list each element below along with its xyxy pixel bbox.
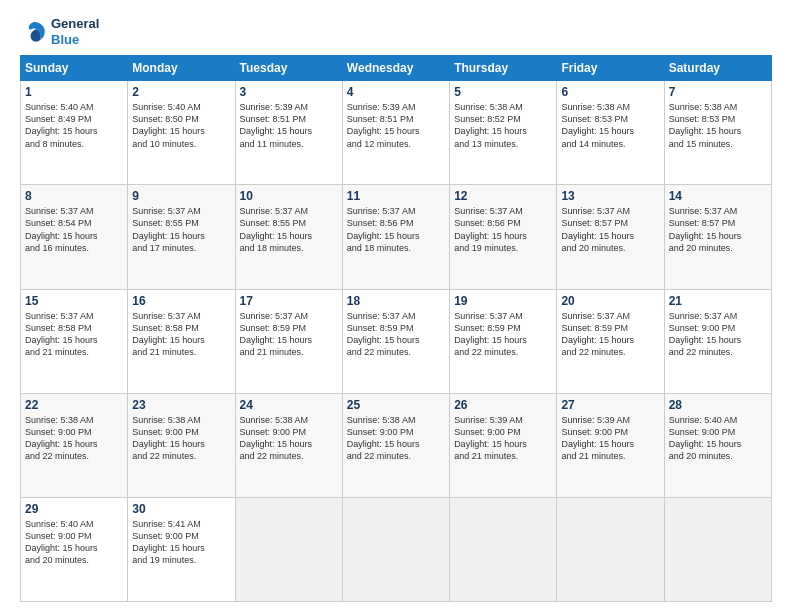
day-info: Sunrise: 5:37 AM Sunset: 8:54 PM Dayligh… (25, 205, 123, 254)
day-info: Sunrise: 5:37 AM Sunset: 8:56 PM Dayligh… (347, 205, 445, 254)
day-number: 16 (132, 294, 230, 308)
table-cell: 7Sunrise: 5:38 AM Sunset: 8:53 PM Daylig… (664, 81, 771, 185)
day-number: 13 (561, 189, 659, 203)
day-number: 27 (561, 398, 659, 412)
day-info: Sunrise: 5:37 AM Sunset: 8:55 PM Dayligh… (132, 205, 230, 254)
day-number: 30 (132, 502, 230, 516)
header-sunday: Sunday (21, 56, 128, 81)
table-cell: 15Sunrise: 5:37 AM Sunset: 8:58 PM Dayli… (21, 289, 128, 393)
logo: General Blue (20, 16, 99, 47)
header-tuesday: Tuesday (235, 56, 342, 81)
day-number: 19 (454, 294, 552, 308)
table-cell: 2Sunrise: 5:40 AM Sunset: 8:50 PM Daylig… (128, 81, 235, 185)
day-number: 11 (347, 189, 445, 203)
day-info: Sunrise: 5:41 AM Sunset: 9:00 PM Dayligh… (132, 518, 230, 567)
logo-bird-icon (20, 18, 48, 46)
header-wednesday: Wednesday (342, 56, 449, 81)
table-cell: 11Sunrise: 5:37 AM Sunset: 8:56 PM Dayli… (342, 185, 449, 289)
day-number: 4 (347, 85, 445, 99)
day-info: Sunrise: 5:37 AM Sunset: 8:57 PM Dayligh… (669, 205, 767, 254)
table-cell: 25Sunrise: 5:38 AM Sunset: 9:00 PM Dayli… (342, 393, 449, 497)
day-info: Sunrise: 5:38 AM Sunset: 9:00 PM Dayligh… (132, 414, 230, 463)
table-cell (557, 497, 664, 601)
day-number: 8 (25, 189, 123, 203)
day-number: 14 (669, 189, 767, 203)
table-cell: 3Sunrise: 5:39 AM Sunset: 8:51 PM Daylig… (235, 81, 342, 185)
table-cell: 18Sunrise: 5:37 AM Sunset: 8:59 PM Dayli… (342, 289, 449, 393)
day-number: 22 (25, 398, 123, 412)
table-cell: 22Sunrise: 5:38 AM Sunset: 9:00 PM Dayli… (21, 393, 128, 497)
table-cell: 1Sunrise: 5:40 AM Sunset: 8:49 PM Daylig… (21, 81, 128, 185)
day-info: Sunrise: 5:40 AM Sunset: 9:00 PM Dayligh… (669, 414, 767, 463)
day-info: Sunrise: 5:37 AM Sunset: 8:56 PM Dayligh… (454, 205, 552, 254)
table-cell: 30Sunrise: 5:41 AM Sunset: 9:00 PM Dayli… (128, 497, 235, 601)
day-number: 29 (25, 502, 123, 516)
day-number: 20 (561, 294, 659, 308)
table-cell (342, 497, 449, 601)
week-row-3: 15Sunrise: 5:37 AM Sunset: 8:58 PM Dayli… (21, 289, 772, 393)
header-monday: Monday (128, 56, 235, 81)
table-cell: 28Sunrise: 5:40 AM Sunset: 9:00 PM Dayli… (664, 393, 771, 497)
day-number: 23 (132, 398, 230, 412)
day-number: 24 (240, 398, 338, 412)
table-cell (450, 497, 557, 601)
logo-blue: Blue (51, 32, 99, 48)
day-info: Sunrise: 5:40 AM Sunset: 8:49 PM Dayligh… (25, 101, 123, 150)
day-info: Sunrise: 5:39 AM Sunset: 8:51 PM Dayligh… (347, 101, 445, 150)
table-cell: 21Sunrise: 5:37 AM Sunset: 9:00 PM Dayli… (664, 289, 771, 393)
day-info: Sunrise: 5:37 AM Sunset: 8:58 PM Dayligh… (25, 310, 123, 359)
table-cell: 27Sunrise: 5:39 AM Sunset: 9:00 PM Dayli… (557, 393, 664, 497)
day-number: 17 (240, 294, 338, 308)
day-number: 18 (347, 294, 445, 308)
day-number: 2 (132, 85, 230, 99)
day-info: Sunrise: 5:37 AM Sunset: 8:57 PM Dayligh… (561, 205, 659, 254)
week-row-5: 29Sunrise: 5:40 AM Sunset: 9:00 PM Dayli… (21, 497, 772, 601)
day-info: Sunrise: 5:38 AM Sunset: 9:00 PM Dayligh… (240, 414, 338, 463)
table-cell: 6Sunrise: 5:38 AM Sunset: 8:53 PM Daylig… (557, 81, 664, 185)
header-saturday: Saturday (664, 56, 771, 81)
calendar-table: Sunday Monday Tuesday Wednesday Thursday… (20, 55, 772, 602)
day-info: Sunrise: 5:39 AM Sunset: 9:00 PM Dayligh… (454, 414, 552, 463)
day-number: 21 (669, 294, 767, 308)
day-info: Sunrise: 5:38 AM Sunset: 8:52 PM Dayligh… (454, 101, 552, 150)
table-cell: 29Sunrise: 5:40 AM Sunset: 9:00 PM Dayli… (21, 497, 128, 601)
day-number: 12 (454, 189, 552, 203)
header-friday: Friday (557, 56, 664, 81)
weekday-header-row: Sunday Monday Tuesday Wednesday Thursday… (21, 56, 772, 81)
table-cell (664, 497, 771, 601)
day-info: Sunrise: 5:40 AM Sunset: 8:50 PM Dayligh… (132, 101, 230, 150)
table-cell: 23Sunrise: 5:38 AM Sunset: 9:00 PM Dayli… (128, 393, 235, 497)
table-cell: 17Sunrise: 5:37 AM Sunset: 8:59 PM Dayli… (235, 289, 342, 393)
day-info: Sunrise: 5:39 AM Sunset: 9:00 PM Dayligh… (561, 414, 659, 463)
header-thursday: Thursday (450, 56, 557, 81)
day-info: Sunrise: 5:38 AM Sunset: 9:00 PM Dayligh… (347, 414, 445, 463)
table-cell (235, 497, 342, 601)
table-cell: 16Sunrise: 5:37 AM Sunset: 8:58 PM Dayli… (128, 289, 235, 393)
day-number: 5 (454, 85, 552, 99)
day-info: Sunrise: 5:39 AM Sunset: 8:51 PM Dayligh… (240, 101, 338, 150)
day-info: Sunrise: 5:40 AM Sunset: 9:00 PM Dayligh… (25, 518, 123, 567)
header: General Blue (20, 16, 772, 47)
day-info: Sunrise: 5:37 AM Sunset: 8:59 PM Dayligh… (240, 310, 338, 359)
table-cell: 26Sunrise: 5:39 AM Sunset: 9:00 PM Dayli… (450, 393, 557, 497)
day-info: Sunrise: 5:37 AM Sunset: 8:59 PM Dayligh… (561, 310, 659, 359)
table-cell: 13Sunrise: 5:37 AM Sunset: 8:57 PM Dayli… (557, 185, 664, 289)
day-info: Sunrise: 5:38 AM Sunset: 8:53 PM Dayligh… (561, 101, 659, 150)
day-info: Sunrise: 5:37 AM Sunset: 8:59 PM Dayligh… (347, 310, 445, 359)
day-info: Sunrise: 5:37 AM Sunset: 9:00 PM Dayligh… (669, 310, 767, 359)
table-cell: 12Sunrise: 5:37 AM Sunset: 8:56 PM Dayli… (450, 185, 557, 289)
week-row-4: 22Sunrise: 5:38 AM Sunset: 9:00 PM Dayli… (21, 393, 772, 497)
table-cell: 20Sunrise: 5:37 AM Sunset: 8:59 PM Dayli… (557, 289, 664, 393)
day-info: Sunrise: 5:37 AM Sunset: 8:59 PM Dayligh… (454, 310, 552, 359)
table-cell: 9Sunrise: 5:37 AM Sunset: 8:55 PM Daylig… (128, 185, 235, 289)
day-number: 10 (240, 189, 338, 203)
logo-general: General (51, 16, 99, 32)
day-info: Sunrise: 5:37 AM Sunset: 8:58 PM Dayligh… (132, 310, 230, 359)
day-number: 3 (240, 85, 338, 99)
calendar-page: General Blue Sunday Monday Tuesday Wedne… (0, 0, 792, 612)
day-number: 6 (561, 85, 659, 99)
day-number: 25 (347, 398, 445, 412)
table-cell: 10Sunrise: 5:37 AM Sunset: 8:55 PM Dayli… (235, 185, 342, 289)
day-number: 26 (454, 398, 552, 412)
day-number: 9 (132, 189, 230, 203)
